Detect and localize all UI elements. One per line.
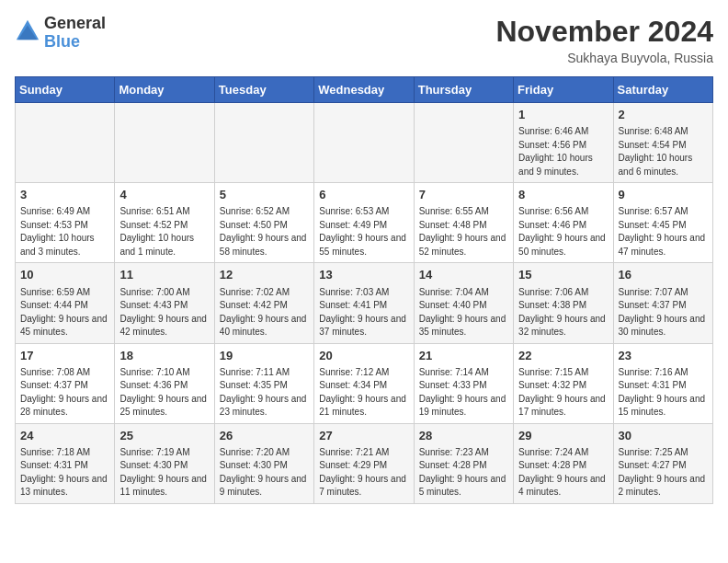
- day-info: Sunrise: 7:08 AM Sunset: 4:37 PM Dayligh…: [20, 366, 109, 419]
- day-info: Sunrise: 7:19 AM Sunset: 4:30 PM Dayligh…: [119, 446, 209, 500]
- calendar-week-2: 3Sunrise: 6:49 AM Sunset: 4:53 PM Daylig…: [16, 183, 713, 263]
- day-number: 9: [619, 187, 708, 203]
- day-info: Sunrise: 7:04 AM Sunset: 4:40 PM Dayligh…: [419, 286, 508, 339]
- calendar-cell: 28Sunrise: 7:23 AM Sunset: 4:28 PM Dayli…: [414, 423, 513, 503]
- calendar-cell: 25Sunrise: 7:19 AM Sunset: 4:30 PM Dayli…: [115, 423, 214, 503]
- month-title: November 2024: [495, 15, 713, 49]
- day-info: Sunrise: 7:25 AM Sunset: 4:27 PM Dayligh…: [619, 446, 708, 500]
- day-info: Sunrise: 7:18 AM Sunset: 4:31 PM Dayligh…: [20, 446, 109, 500]
- logo-icon: [15, 18, 40, 48]
- day-number: 18: [119, 348, 209, 364]
- day-info: Sunrise: 7:07 AM Sunset: 4:37 PM Dayligh…: [619, 286, 708, 339]
- day-info: Sunrise: 6:57 AM Sunset: 4:45 PM Dayligh…: [619, 205, 708, 259]
- calendar-cell: 5Sunrise: 6:52 AM Sunset: 4:50 PM Daylig…: [214, 183, 313, 263]
- day-info: Sunrise: 6:53 AM Sunset: 4:49 PM Dayligh…: [319, 205, 408, 259]
- title-area: November 2024 Sukhaya Buyvola, Russia: [495, 15, 713, 65]
- day-number: 17: [20, 348, 109, 364]
- day-info: Sunrise: 7:24 AM Sunset: 4:28 PM Dayligh…: [518, 446, 608, 500]
- day-number: 10: [20, 267, 109, 283]
- calendar-cell: 11Sunrise: 7:00 AM Sunset: 4:43 PM Dayli…: [115, 263, 214, 343]
- calendar-cell: 27Sunrise: 7:21 AM Sunset: 4:29 PM Dayli…: [314, 423, 414, 503]
- day-number: 2: [619, 107, 708, 123]
- day-number: 7: [419, 187, 508, 203]
- day-info: Sunrise: 6:55 AM Sunset: 4:48 PM Dayligh…: [419, 205, 508, 259]
- col-tuesday: Tuesday: [214, 77, 313, 103]
- calendar-cell: 16Sunrise: 7:07 AM Sunset: 4:37 PM Dayli…: [613, 263, 712, 343]
- day-info: Sunrise: 7:11 AM Sunset: 4:35 PM Dayligh…: [220, 366, 309, 419]
- location-subtitle: Sukhaya Buyvola, Russia: [495, 51, 713, 65]
- day-number: 15: [518, 267, 608, 283]
- day-number: 5: [220, 187, 309, 203]
- day-info: Sunrise: 6:52 AM Sunset: 4:50 PM Dayligh…: [220, 205, 309, 259]
- calendar-cell: 19Sunrise: 7:11 AM Sunset: 4:35 PM Dayli…: [214, 343, 313, 423]
- calendar-cell: 7Sunrise: 6:55 AM Sunset: 4:48 PM Daylig…: [414, 183, 513, 263]
- day-info: Sunrise: 7:16 AM Sunset: 4:31 PM Dayligh…: [619, 366, 708, 419]
- day-info: Sunrise: 7:06 AM Sunset: 4:38 PM Dayligh…: [518, 286, 608, 339]
- day-number: 14: [419, 267, 508, 283]
- calendar-cell: 21Sunrise: 7:14 AM Sunset: 4:33 PM Dayli…: [414, 343, 513, 423]
- calendar-cell: 30Sunrise: 7:25 AM Sunset: 4:27 PM Dayli…: [613, 423, 712, 503]
- logo-general: General: [44, 15, 106, 33]
- col-sunday: Sunday: [16, 77, 115, 103]
- day-info: Sunrise: 6:49 AM Sunset: 4:53 PM Dayligh…: [20, 205, 109, 259]
- calendar-cell: 12Sunrise: 7:02 AM Sunset: 4:42 PM Dayli…: [214, 263, 313, 343]
- day-number: 23: [619, 348, 708, 364]
- col-monday: Monday: [115, 77, 214, 103]
- day-number: 25: [119, 428, 209, 444]
- day-info: Sunrise: 7:00 AM Sunset: 4:43 PM Dayligh…: [119, 286, 209, 339]
- day-number: 8: [518, 187, 608, 203]
- calendar-cell: 9Sunrise: 6:57 AM Sunset: 4:45 PM Daylig…: [613, 183, 712, 263]
- calendar-cell: 24Sunrise: 7:18 AM Sunset: 4:31 PM Dayli…: [16, 423, 115, 503]
- day-info: Sunrise: 6:48 AM Sunset: 4:54 PM Dayligh…: [619, 125, 708, 178]
- calendar-cell: 1Sunrise: 6:46 AM Sunset: 4:56 PM Daylig…: [514, 103, 613, 183]
- logo-blue: Blue: [44, 33, 106, 52]
- page-header: General Blue November 2024 Sukhaya Buyvo…: [15, 15, 713, 65]
- calendar-cell: 23Sunrise: 7:16 AM Sunset: 4:31 PM Dayli…: [613, 343, 712, 423]
- day-info: Sunrise: 7:23 AM Sunset: 4:28 PM Dayligh…: [419, 446, 508, 500]
- day-number: 4: [119, 187, 209, 203]
- day-number: 26: [220, 428, 309, 444]
- day-info: Sunrise: 7:02 AM Sunset: 4:42 PM Dayligh…: [220, 286, 309, 339]
- calendar-cell: [115, 103, 214, 183]
- calendar-cell: 10Sunrise: 6:59 AM Sunset: 4:44 PM Dayli…: [16, 263, 115, 343]
- calendar-cell: [414, 103, 513, 183]
- calendar-week-4: 17Sunrise: 7:08 AM Sunset: 4:37 PM Dayli…: [16, 343, 713, 423]
- logo: General Blue: [15, 15, 106, 52]
- day-number: 16: [619, 267, 708, 283]
- day-number: 30: [619, 428, 708, 444]
- calendar-cell: 8Sunrise: 6:56 AM Sunset: 4:46 PM Daylig…: [514, 183, 613, 263]
- header-row: Sunday Monday Tuesday Wednesday Thursday…: [16, 77, 713, 103]
- day-number: 24: [20, 428, 109, 444]
- day-info: Sunrise: 7:20 AM Sunset: 4:30 PM Dayligh…: [220, 446, 309, 500]
- day-info: Sunrise: 7:15 AM Sunset: 4:32 PM Dayligh…: [518, 366, 608, 419]
- day-number: 29: [518, 428, 608, 444]
- calendar-cell: 26Sunrise: 7:20 AM Sunset: 4:30 PM Dayli…: [214, 423, 313, 503]
- calendar-week-1: 1Sunrise: 6:46 AM Sunset: 4:56 PM Daylig…: [16, 103, 713, 183]
- col-wednesday: Wednesday: [314, 77, 414, 103]
- day-info: Sunrise: 6:56 AM Sunset: 4:46 PM Dayligh…: [518, 205, 608, 259]
- day-info: Sunrise: 7:12 AM Sunset: 4:34 PM Dayligh…: [319, 366, 408, 419]
- day-info: Sunrise: 6:59 AM Sunset: 4:44 PM Dayligh…: [20, 286, 109, 339]
- day-info: Sunrise: 6:46 AM Sunset: 4:56 PM Dayligh…: [518, 125, 608, 178]
- day-number: 22: [518, 348, 608, 364]
- day-number: 13: [319, 267, 408, 283]
- day-number: 11: [119, 267, 209, 283]
- calendar-cell: 20Sunrise: 7:12 AM Sunset: 4:34 PM Dayli…: [314, 343, 414, 423]
- day-info: Sunrise: 7:14 AM Sunset: 4:33 PM Dayligh…: [419, 366, 508, 419]
- calendar-cell: 18Sunrise: 7:10 AM Sunset: 4:36 PM Dayli…: [115, 343, 214, 423]
- calendar-cell: [16, 103, 115, 183]
- day-info: Sunrise: 7:21 AM Sunset: 4:29 PM Dayligh…: [319, 446, 408, 500]
- day-number: 20: [319, 348, 408, 364]
- calendar-cell: [214, 103, 313, 183]
- day-number: 1: [518, 107, 608, 123]
- calendar-cell: 2Sunrise: 6:48 AM Sunset: 4:54 PM Daylig…: [613, 103, 712, 183]
- calendar-cell: 3Sunrise: 6:49 AM Sunset: 4:53 PM Daylig…: [16, 183, 115, 263]
- calendar-cell: 29Sunrise: 7:24 AM Sunset: 4:28 PM Dayli…: [514, 423, 613, 503]
- calendar-cell: [314, 103, 414, 183]
- day-number: 12: [220, 267, 309, 283]
- calendar-body: 1Sunrise: 6:46 AM Sunset: 4:56 PM Daylig…: [16, 103, 713, 504]
- calendar-header: Sunday Monday Tuesday Wednesday Thursday…: [16, 77, 713, 103]
- calendar-cell: 22Sunrise: 7:15 AM Sunset: 4:32 PM Dayli…: [514, 343, 613, 423]
- col-friday: Friday: [514, 77, 613, 103]
- calendar-cell: 13Sunrise: 7:03 AM Sunset: 4:41 PM Dayli…: [314, 263, 414, 343]
